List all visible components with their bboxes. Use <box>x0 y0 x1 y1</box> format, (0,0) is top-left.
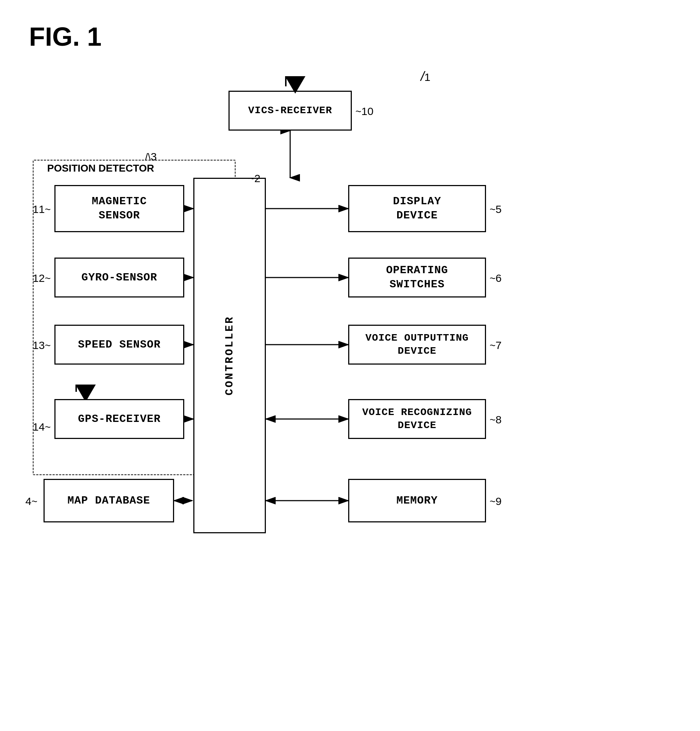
voice-outputting-device-box: VOICE OUTPUTTING DEVICE <box>348 325 486 365</box>
display-device-box: DISPLAY DEVICE <box>348 185 486 232</box>
ref-9: ~9 <box>490 495 502 508</box>
voice-recognizing-device-box: VOICE RECOGNIZING DEVICE <box>348 399 486 439</box>
vics-receiver-box: VICS-RECEIVER <box>229 91 352 131</box>
ref-3: /\3 <box>145 151 157 163</box>
ref-10: ~10 <box>355 105 374 117</box>
speed-sensor-box: SPEED SENSOR <box>54 325 184 365</box>
ref-7: ~7 <box>490 339 502 352</box>
vics-antenna-icon <box>285 76 286 87</box>
ref-8: ~8 <box>490 414 502 426</box>
memory-box: MEMORY <box>348 479 486 523</box>
figure-title: FIG. 1 <box>29 22 101 51</box>
ref-2: ~2 <box>248 172 260 185</box>
gyro-sensor-box: GYRO-SENSOR <box>54 258 184 298</box>
ref-4: 4~ <box>25 495 37 508</box>
ref-5: ~5 <box>490 203 502 216</box>
ref-1: /1 <box>421 69 430 84</box>
operating-switches-box: OPERATING SWITCHES <box>348 258 486 298</box>
position-detector-label: POSITION DETECTOR <box>47 163 154 174</box>
gps-antenna-icon <box>75 385 77 392</box>
ref-6: ~6 <box>490 272 502 285</box>
gps-receiver-box: GPS-RECEIVER <box>54 399 184 439</box>
ref-11: 11~ <box>33 203 51 216</box>
magnetic-sensor-box: MAGNETIC SENSOR <box>54 185 184 232</box>
ref-12: 12~ <box>33 272 51 285</box>
ref-13: 13~ <box>33 339 51 352</box>
ref-14: 14~ <box>33 421 51 433</box>
controller-box: CONTROLLER <box>193 178 266 533</box>
map-database-box: MAP DATABASE <box>44 479 174 523</box>
